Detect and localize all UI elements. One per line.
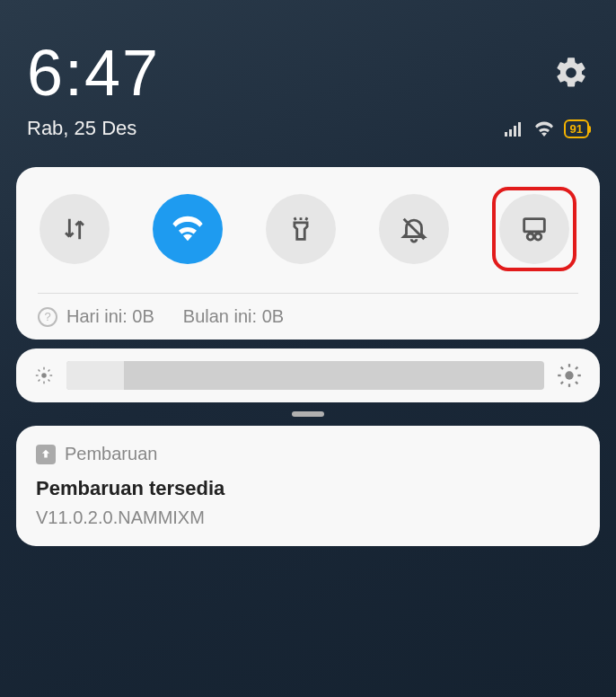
svg-line-13 [48, 380, 50, 382]
brightness-panel [16, 348, 600, 402]
svg-line-21 [561, 367, 563, 369]
screenshot-highlight [492, 187, 576, 271]
date-label: Rab, 25 Des [27, 117, 136, 140]
status-icons: 91 [505, 119, 589, 138]
data-month: Bulan ini: 0B [183, 306, 284, 327]
status-area: 6:47 Rab, 25 Des 91 [0, 0, 616, 158]
notification-subtitle: V11.0.2.0.NAMMIXM [36, 507, 580, 528]
svg-line-15 [48, 370, 50, 372]
clock-time: 6:47 [27, 36, 160, 110]
data-usage-row[interactable]: ? Hari ini: 0B Bulan ini: 0B [32, 306, 584, 327]
brightness-high-icon [557, 363, 582, 388]
wifi-status-icon [533, 120, 555, 137]
settings-gear-icon[interactable] [553, 55, 589, 91]
drag-handle[interactable] [292, 411, 324, 417]
notification-title: Pembaruan tersedia [36, 477, 580, 500]
battery-indicator: 91 [564, 119, 589, 138]
time-row: 6:47 [27, 36, 589, 110]
mobile-data-toggle[interactable] [40, 194, 110, 264]
notification-card[interactable]: Pembaruan Pembaruan tersedia V11.0.2.0.N… [16, 426, 600, 546]
svg-line-24 [576, 367, 577, 369]
data-today: Hari ini: 0B [66, 306, 154, 327]
cellular-signal-icon [505, 120, 524, 137]
svg-line-22 [576, 382, 577, 384]
screenshot-toggle[interactable] [499, 194, 569, 264]
dnd-toggle[interactable] [379, 194, 449, 264]
svg-rect-0 [505, 132, 507, 137]
brightness-low-icon [34, 366, 54, 385]
svg-line-14 [39, 380, 40, 382]
wifi-toggle[interactable] [153, 194, 223, 264]
svg-rect-3 [518, 122, 521, 137]
info-icon: ? [38, 307, 57, 327]
notification-header: Pembaruan [36, 444, 580, 464]
svg-line-12 [39, 370, 40, 372]
quick-settings-row [32, 187, 584, 271]
update-icon [36, 445, 56, 464]
svg-rect-2 [514, 126, 516, 137]
flashlight-toggle[interactable] [266, 194, 336, 264]
date-status-row: Rab, 25 Des 91 [27, 117, 589, 140]
svg-rect-1 [509, 129, 512, 137]
brightness-slider[interactable] [66, 361, 544, 390]
svg-point-7 [41, 373, 47, 378]
svg-line-23 [561, 382, 563, 384]
svg-point-16 [565, 371, 573, 379]
quick-settings-panel: ? Hari ini: 0B Bulan ini: 0B [16, 167, 600, 340]
notification-app-name: Pembaruan [65, 444, 157, 464]
brightness-slider-fill [66, 361, 124, 390]
svg-rect-4 [524, 219, 545, 232]
quick-settings-divider [38, 293, 578, 294]
